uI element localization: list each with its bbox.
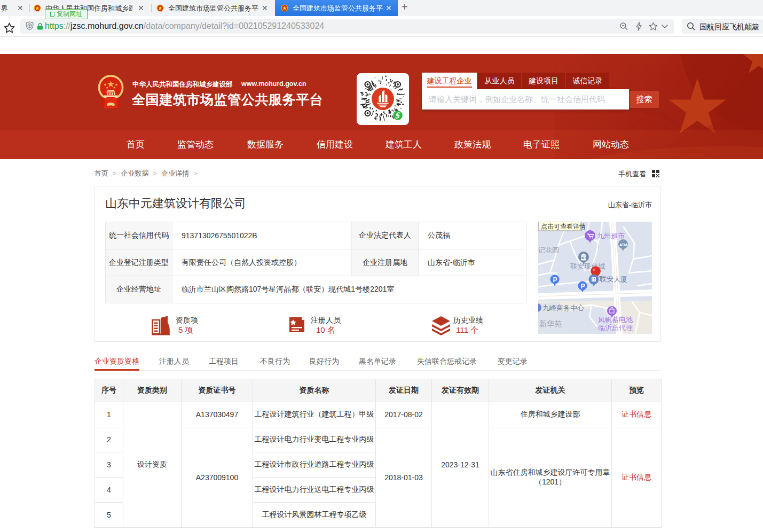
svg-text:P: P [553, 276, 557, 284]
svg-text:九州超市: 九州超市 [597, 232, 625, 240]
svg-text:九峰商务中心: 九峰商务中心 [542, 304, 585, 312]
svg-text:P: P [581, 283, 585, 290]
svg-text:记花园: 记花园 [538, 246, 559, 254]
svg-text:新华苑: 新华苑 [539, 319, 562, 328]
svg-text:联安大厦: 联安大厦 [599, 275, 627, 283]
svg-text:凤帆蓄电池: 凤帆蓄电池 [598, 316, 633, 324]
svg-text:临沂总代理: 临沂总代理 [598, 324, 633, 332]
svg-text:点击可查看详情: 点击可查看详情 [541, 223, 586, 230]
svg-text:ATM: ATM [619, 243, 627, 247]
